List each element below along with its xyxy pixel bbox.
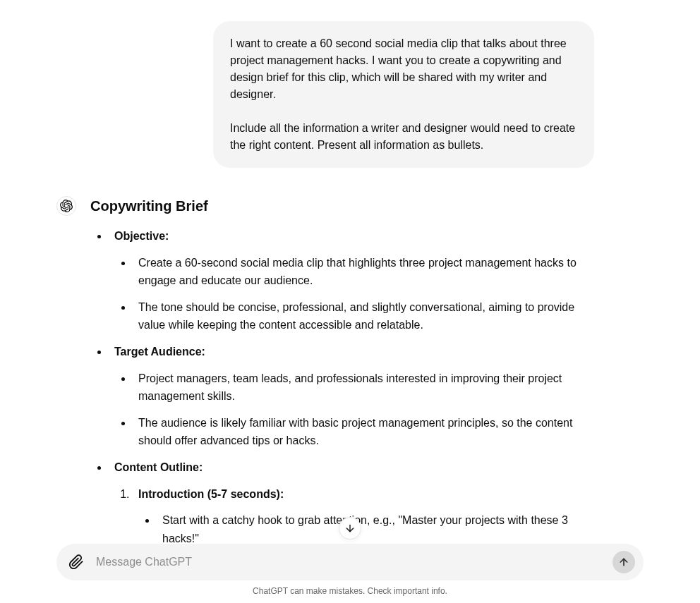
message-input[interactable] — [96, 556, 604, 568]
assistant-heading: Copywriting Brief — [90, 195, 594, 217]
user-message: I want to create a 60 second social medi… — [213, 21, 594, 168]
list-item: Create a 60-second social media clip tha… — [133, 254, 594, 290]
user-message-paragraph: I want to create a 60 second social medi… — [230, 35, 577, 103]
section-label: Objective: — [114, 230, 169, 242]
openai-icon — [60, 200, 73, 212]
arrow-down-icon — [344, 523, 356, 534]
list-item: The audience is likely familiar with bas… — [133, 414, 594, 450]
send-button[interactable] — [612, 551, 635, 573]
assistant-avatar — [56, 196, 76, 216]
user-message-paragraph: Include all the information a writer and… — [230, 120, 577, 154]
list-item: The tone should be concise, professional… — [133, 298, 594, 334]
arrow-up-icon — [618, 556, 629, 568]
list-item: Target Audience: Project managers, team … — [109, 343, 594, 450]
user-message-row: I want to create a 60 second social medi… — [0, 0, 700, 168]
list-item: Project managers, team leads, and profes… — [133, 370, 594, 406]
section-label: Content Outline: — [114, 461, 203, 473]
input-bar-container: ChatGPT can make mistakes. Check importa… — [0, 544, 700, 603]
list-item: Start with a catchy hook to grab attenti… — [157, 511, 594, 547]
sub-list: Create a 60-second social media clip tha… — [114, 254, 594, 334]
section-label: Target Audience: — [114, 346, 205, 358]
disclaimer-text: ChatGPT can make mistakes. Check importa… — [0, 580, 700, 597]
section-label: Introduction (5-7 seconds): — [138, 488, 284, 500]
attach-button[interactable] — [65, 551, 88, 573]
scroll-to-bottom-button[interactable] — [339, 517, 361, 540]
chat-container: I want to create a 60 second social medi… — [0, 0, 700, 603]
paperclip-icon — [68, 554, 84, 570]
sub-list: Project managers, team leads, and profes… — [114, 370, 594, 450]
input-bar — [56, 544, 644, 580]
list-item: Objective: Create a 60-second social med… — [109, 227, 594, 334]
